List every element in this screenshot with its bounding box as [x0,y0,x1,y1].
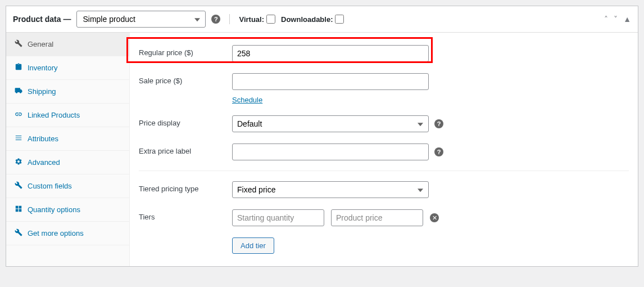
section-divider [139,171,629,171]
schedule-link[interactable]: Schedule [232,96,429,104]
sidebar-item-more[interactable]: Get more options [6,222,129,245]
sale-price-label: Sale price ($) [139,73,223,85]
regular-price-label: Regular price ($) [139,45,223,57]
tiered-type-label: Tiered pricing type [139,181,223,193]
extra-price-help-icon[interactable]: ? [434,147,443,156]
price-display-help-icon[interactable]: ? [434,119,443,128]
row-tiers: Tiers ✕ [139,204,629,232]
downloadable-checkbox-wrap[interactable]: Downloadable: [281,15,344,24]
row-sale-price: Sale price ($) Schedule [139,68,629,110]
sidebar-item-label: Attributes [28,134,58,143]
downloadable-checkbox[interactable] [335,15,344,24]
tier-row: ✕ [232,209,439,226]
tier-price-input[interactable] [331,209,423,226]
row-regular-price: Regular price ($) [139,39,629,68]
gear-icon [14,158,23,167]
product-type-select[interactable]: Simple product [76,11,206,28]
sidebar-item-label: Linked Products [28,111,80,119]
sidebar-item-label: Quantity options [28,205,80,214]
price-display-label: Price display [139,115,223,127]
row-tiered-type: Tiered pricing type Fixed price [139,176,629,204]
sidebar-item-label: Shipping [28,87,56,96]
sidebar-item-label: General [28,40,53,48]
sidebar-item-label: Get more options [28,229,84,237]
row-extra-price: Extra price label ? [139,138,629,166]
panel-toggles: ˄ ˅ ▲ [604,15,631,24]
sidebar-item-advanced[interactable]: Advanced [6,151,129,174]
panel-header: Product data — Simple product ? Virtual:… [6,6,638,33]
virtual-checkbox[interactable] [266,15,275,24]
wrench-icon [14,181,23,191]
truck-icon [14,87,23,96]
list-icon [14,134,23,144]
sidebar-item-attributes[interactable]: Attributes [6,127,129,151]
sidebar-item-inventory[interactable]: Inventory [6,56,129,80]
regular-price-input[interactable] [232,45,429,62]
row-price-display: Price display Default ? [139,110,629,138]
clipboard-icon [14,63,23,73]
sidebar-item-label: Inventory [28,64,57,72]
divider [229,14,230,24]
remove-tier-icon[interactable]: ✕ [430,213,439,222]
sidebar-item-quantity[interactable]: Quantity options [6,198,129,222]
product-data-panel: Product data — Simple product ? Virtual:… [6,6,638,267]
virtual-checkbox-wrap[interactable]: Virtual: [239,15,275,24]
sidebar-item-linked[interactable]: Linked Products [6,104,129,127]
wrench-icon [14,228,23,238]
sidebar: General Inventory Shipping Linked Produc… [6,33,130,266]
sidebar-item-custom-fields[interactable]: Custom fields [6,174,129,198]
move-down-icon[interactable]: ˅ [614,15,618,24]
main-content: Regular price ($) Sale price ($) Schedul… [130,33,638,266]
tiers-label: Tiers [139,209,223,221]
collapse-icon[interactable]: ▲ [623,15,631,24]
tiered-type-select[interactable]: Fixed price [232,181,429,198]
sidebar-item-label: Advanced [28,158,60,167]
sale-price-input[interactable] [232,73,429,90]
wrench-icon [14,39,23,49]
panel-title: Product data — [13,15,71,24]
row-add-tier: Add tier [139,232,629,259]
product-type-help-icon[interactable]: ? [211,15,220,24]
stack-icon [14,205,23,214]
price-display-select[interactable]: Default [232,115,429,132]
extra-price-input[interactable] [232,144,429,160]
sidebar-item-shipping[interactable]: Shipping [6,80,129,104]
add-tier-button[interactable]: Add tier [232,237,274,254]
virtual-label: Virtual: [239,15,264,24]
move-up-icon[interactable]: ˄ [604,15,608,24]
link-icon [14,110,23,120]
tier-qty-input[interactable] [232,209,324,226]
sidebar-item-general[interactable]: General [6,33,129,56]
downloadable-label: Downloadable: [281,15,333,24]
extra-price-label: Extra price label [139,144,223,155]
sidebar-item-label: Custom fields [28,182,72,190]
